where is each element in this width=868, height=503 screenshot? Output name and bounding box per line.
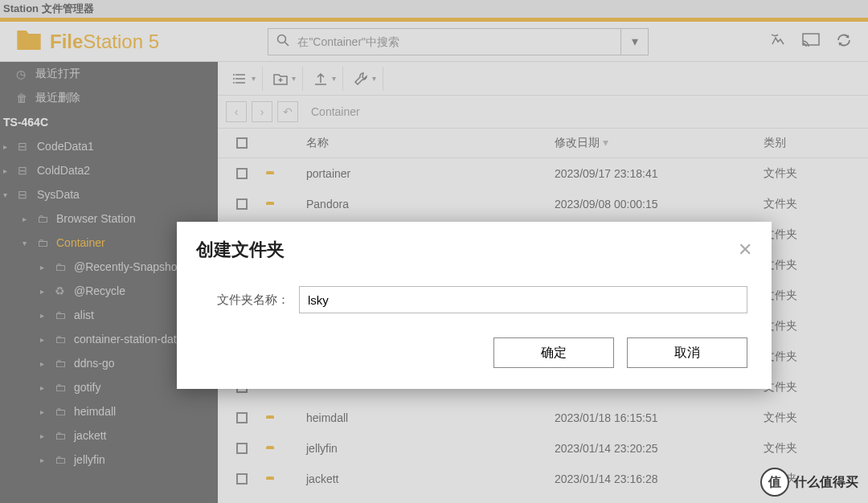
cancel-button[interactable]: 取消 [627,337,747,368]
watermark: 值 什么值得买 [760,468,858,497]
watermark-text: 什么值得买 [794,474,858,491]
folder-name-input[interactable] [299,286,747,313]
ok-button[interactable]: 确定 [493,337,614,368]
dialog-title: 创建文件夹 [196,238,285,262]
create-folder-dialog: 创建文件夹 ✕ 文件夹名称： 确定 取消 [177,222,772,389]
folder-name-label: 文件夹名称： [201,292,289,308]
watermark-badge: 值 [760,468,789,497]
close-icon[interactable]: ✕ [738,239,752,260]
